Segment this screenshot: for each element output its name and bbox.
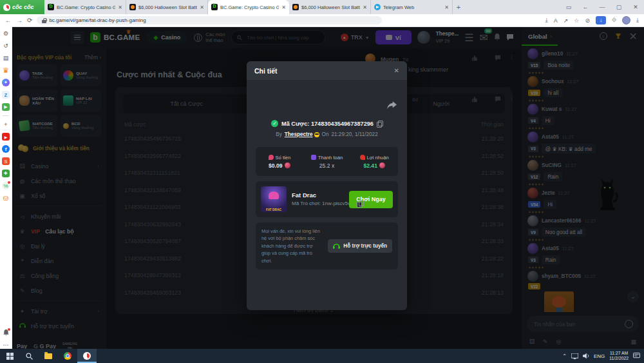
tab-title: $6,000 Halloween Slot Battle (138, 5, 197, 10)
cart-icon[interactable]: ⛁ (2, 194, 10, 202)
games-icon[interactable]: ▶ (2, 103, 10, 111)
youtube-icon[interactable]: ▶ (2, 133, 10, 141)
action-center-icon[interactable] (633, 350, 640, 362)
add-shortcut-icon[interactable]: + (2, 121, 10, 128)
close-button[interactable]: ✕ (627, 4, 644, 10)
stat-amount: Số tiền $0.09 (256, 147, 303, 176)
share-icon[interactable]: ↗ (564, 17, 569, 24)
reading-list-icon[interactable]: ▤ (2, 54, 10, 62)
verified-check-icon: ✓ (271, 120, 278, 127)
bet-id: 1748304354967387296 (311, 121, 374, 127)
media-popup-icon[interactable]: ▭ (560, 4, 577, 10)
bookmark-star-icon[interactable]: ☆ (574, 17, 579, 24)
back-window-icon[interactable]: ← (577, 4, 594, 10)
back-icon[interactable]: ← (5, 17, 12, 24)
coccoc-brand-label: cốc cốc (12, 4, 34, 10)
game-thumbnail[interactable]: FAT DRAC (261, 186, 287, 212)
browser-tab-1[interactable]: BC.Game: Crypto Casino Gan ✕ (44, 0, 126, 14)
start-button[interactable] (0, 349, 19, 363)
facebook-icon[interactable]: f (2, 145, 10, 153)
game-code: Mã Trò chơi: 1nw-piscv5v... (292, 200, 354, 208)
zalo-icon[interactable]: Z (2, 91, 10, 99)
bet-username-link[interactable]: Thespectre (285, 132, 319, 137)
tab-close-icon[interactable]: ✕ (363, 5, 367, 10)
tab-title: BC.Game: Crypto Casino Gan (220, 5, 279, 10)
telegram-favicon (374, 4, 381, 10)
browser-tabbar: cốc cốc BC.Game: Crypto Casino Gan ✕ $6,… (0, 0, 644, 14)
forward-icon[interactable]: → (16, 17, 23, 24)
taskbar-search-icon[interactable] (19, 349, 39, 363)
url-bar[interactable]: bc.game/vi/game/fat-drac-by-push-gaming (37, 16, 382, 25)
tab-close-icon[interactable]: ✕ (118, 5, 122, 10)
tab-close-icon[interactable]: ✕ (200, 5, 204, 10)
coccoc-logo-icon (3, 4, 10, 11)
tab-title: $6,000 Halloween Slot Battle (301, 5, 360, 10)
wallet-icon (311, 155, 316, 160)
browser-tab-4[interactable]: $6,000 Halloween Slot Battle ✕ (289, 0, 371, 14)
history-icon[interactable]: ↺ (2, 42, 10, 50)
window-controls: ▭ ← — ▢ ✕ (560, 0, 644, 14)
new-tab-button[interactable]: + (453, 0, 464, 14)
browser-side-rail: ⚙ ↺ ▤ ♛ ✦ Z ▶ + ▶ f S ✚ % ⛁ ⋯ (0, 26, 12, 349)
crown-rewards-icon[interactable]: ♛ (2, 66, 10, 74)
tab-title: BC.Game: Crypto Casino Gan (57, 5, 115, 10)
tab-close-icon[interactable]: ✕ (444, 5, 449, 10)
reload-icon[interactable]: ⟳ (27, 17, 32, 24)
screen: cốc cốc BC.Game: Crypto Casino Gan ✕ $6,… (0, 0, 644, 363)
copy-icon[interactable] (377, 121, 383, 127)
taskbar-clock[interactable]: 11:27 AM 11/2/2022 (609, 351, 629, 362)
play-now-button[interactable]: Chơi Ngay (349, 191, 393, 208)
file-explorer-icon[interactable] (39, 349, 58, 363)
game-info: Fat Drac Mã Trò chơi: 1nw-piscv5v... (292, 191, 344, 208)
tab-close-icon[interactable]: ✕ (281, 5, 286, 10)
adblock-shield-icon[interactable]: ⊘ (585, 17, 590, 24)
messenger-icon[interactable]: ✦ (2, 79, 10, 86)
bet-details-modal: Chi tiết ✕ ✓ Mã Cược: 174830435496738729… (247, 61, 407, 310)
browser-tab-3-active[interactable]: BC.Game: Crypto Casino Gan ✕ (208, 0, 289, 14)
save-page-icon[interactable]: ⤓ (545, 17, 548, 24)
notification-bell-icon[interactable] (2, 329, 10, 337)
download-manager-icon[interactable]: ↓ (596, 16, 606, 25)
browser-toolbar: ← → ⟳ bc.game/vi/game/fat-drac-by-push-g… (0, 14, 644, 27)
browser-tab-5[interactable]: Telegram Web ✕ (371, 0, 453, 14)
network-icon[interactable] (571, 350, 578, 362)
maximize-button[interactable]: ▢ (611, 4, 627, 10)
volume-icon[interactable] (583, 350, 589, 362)
settings-gear-icon[interactable]: ⚙ (2, 30, 10, 37)
money-icon (269, 155, 274, 160)
halloween-favicon (129, 4, 136, 10)
downloads-tray-icon[interactable]: ⤓ (636, 17, 639, 24)
coccoc-taskbar-icon[interactable] (77, 349, 97, 363)
toolbar-icons: ⤓ A ↗ ☆ ⊘ ↓ ⟐ ⤓ (545, 16, 639, 25)
modal-title: Chi tiết (254, 67, 278, 75)
bet-byline: By Thespectre On 21:29:20, 1/11/2022 (256, 132, 398, 137)
modal-header: Chi tiết ✕ (247, 61, 407, 80)
profile-avatar-icon[interactable] (622, 16, 630, 25)
support-note-text: Mọi vấn đề, xin vui lòng liên hệ với bộ … (261, 228, 323, 264)
minimize-button[interactable]: — (594, 4, 611, 10)
shop-tree-icon[interactable]: ✚ (2, 170, 10, 177)
bcgame-favicon (48, 4, 54, 10)
share-bet-icon[interactable] (387, 101, 397, 112)
bet-stats: Số tiền $0.09 Thanh toán 25.2 x Lợi nhuậ… (256, 147, 398, 176)
stat-profit: Lợi nhuận $2.41 (350, 147, 398, 176)
modal-body: ✓ Mã Cược: 1748304354967387296 By Thespe… (247, 80, 407, 310)
url-text: bc.game/vi/game/fat-drac-by-push-gaming (49, 17, 146, 23)
tray-expand-icon[interactable]: ⌃ (562, 353, 567, 359)
shopee-icon[interactable]: S (2, 157, 10, 165)
translate-icon[interactable]: A (554, 17, 558, 24)
game-name: Fat Drac (292, 191, 344, 200)
deal-icon[interactable]: % (2, 182, 10, 190)
coin-icon (285, 162, 290, 168)
live-support-button[interactable]: Hỗ trợ trực tuyến (328, 239, 392, 253)
game-thumb-caption: FAT DRAC (261, 208, 287, 211)
extension-icon[interactable]: ⟐ (612, 17, 616, 24)
windows-taskbar: ⌃ ENG 11:27 AM 11/2/2022 (0, 349, 644, 363)
chrome-taskbar-icon[interactable] (58, 349, 77, 363)
browser-tab-2[interactable]: $6,000 Halloween Slot Battle ✕ (126, 0, 208, 14)
more-icon[interactable]: ⋯ (2, 341, 10, 349)
lock-icon (42, 18, 46, 23)
bcgame-favicon (211, 4, 218, 10)
language-indicator[interactable]: ENG (594, 353, 605, 359)
modal-close-icon[interactable]: ✕ (394, 67, 399, 74)
